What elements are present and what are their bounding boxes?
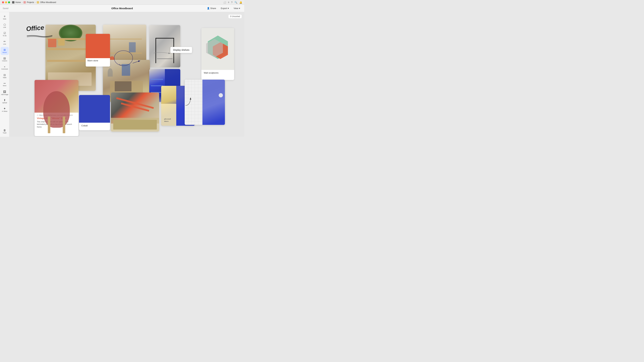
display-shelves-callout[interactable]: Display shelves [170,47,192,53]
office-text-card: Office [26,25,55,39]
saved-status: Saved [3,7,8,9]
sidebar-item-column[interactable]: ▤ Column [1,55,9,63]
share-label: Share [210,7,216,9]
table-icon: ⊟ [4,74,6,76]
line-icon: ✏ [4,40,6,43]
view-button[interactable]: View ▾ [232,6,242,10]
view-label: View [234,7,238,9]
share-icon: 👤 [207,7,210,9]
cobalt-card[interactable]: Cobalt [79,95,110,130]
export-button[interactable]: Export ▾ [219,6,230,10]
maximize-button[interactable] [8,1,10,3]
sidebar-item-add-image[interactable]: 🖼 Add Image [1,89,9,97]
hexagon-sculpture-svg [204,34,231,64]
sidebar-label-add-image: Add Image [1,94,8,95]
warm-stone-label: Warm stone [86,58,110,63]
page-title: Office Moodboard [111,7,133,10]
topbar-actions: 👤 Share Export ▾ View ▾ [206,6,242,10]
table-image-card[interactable] [149,25,180,67]
sidebar-item-trash[interactable]: 🗑 Trash [1,127,9,135]
ai-ideas-icon: ✦ [3,107,6,110]
link-small-icon: ⬡ [37,114,38,116]
sidebar-label-ai-ideas: AI Ideas [2,110,8,112]
breadcrumb-moodboard[interactable]: Office Moodboard [40,1,56,3]
trash-icon: 🗑 [3,129,6,132]
display-shelves-text: Display shelves [173,49,189,51]
wall-sculptures-card[interactable]: Wall sculptures [202,28,234,80]
warm-stone-card[interactable]: Warm stone [86,34,110,66]
search-icon[interactable]: 🔍 [234,1,237,4]
white-kitchen-card[interactable] [185,80,225,125]
sidebar-item-board[interactable]: ⊞ Board [1,47,9,55]
sidebar-label-more: More [3,85,6,86]
sidebar-label-trash: Trash [3,132,6,134]
breadcrumb-separator: › [22,1,22,3]
traffic-lights [2,1,10,3]
titlebar: Home › Projects › Office Moodboard ⬜ 0 ?… [0,0,244,5]
unsorted-badge[interactable]: 0 Unsorted [228,14,242,18]
topbar: Saved Office Moodboard 👤 Share Export ▾ … [0,5,244,12]
sidebar-item-note[interactable]: ≡ Note [1,13,9,21]
sidebar-item-todo[interactable]: ☑ To-do [1,30,9,38]
sidebar-label-line: Line [3,43,6,45]
wall-sculptures-label: Wall sculptures [202,70,234,76]
canvas[interactable]: 0 Unsorted Office Warm stone [10,12,244,137]
sidebar-item-table[interactable]: ⊟ Table [1,72,9,80]
sidebar: ≡ Note ⬡ Link ☑ To-do ✏ Line ⊞ Board ▤ C… [0,12,10,137]
export-label: Export [221,7,227,9]
sidebar-item-upload[interactable]: ⬆ Upload [1,97,9,105]
export-chevron-icon: ▾ [228,7,229,9]
sidebar-label-upload: Upload [2,102,7,104]
moodboard-icon [37,1,39,3]
home-icon [12,1,14,3]
breadcrumb-home[interactable]: Home [16,1,21,3]
view-chevron-icon: ▾ [239,7,240,9]
sidebar-label-todo: To-do [3,35,6,36]
comment-icon: ≡ [4,66,5,68]
sidebar-item-link[interactable]: ⬡ Link [1,22,9,30]
feature-desk-card[interactable]: Feature desk [111,92,159,132]
help-icon[interactable]: ? [231,1,232,4]
sidebar-bottom: 🗑 Trash [1,127,9,135]
sidebar-label-note: Note [3,18,6,20]
share-button[interactable]: 👤 Share [206,6,218,10]
todo-icon: ☑ [4,32,6,34]
more-icon: ••• [4,82,6,84]
projects-icon [24,1,26,3]
office-underline-svg [26,34,53,37]
sidebar-label-table: Table [3,77,6,78]
titlebar-controls: ⬜ 0 ? 🔍 🔔 [223,1,242,4]
breadcrumb-separator-2: › [35,1,36,3]
add-image-icon: 🖼 [3,90,6,93]
sidebar-label-link: Link [3,26,6,28]
sidebar-item-comment[interactable]: ≡ Comment [1,64,9,72]
link-icon: ⬡ [4,23,6,26]
sidebar-label-column: Column [2,60,7,62]
sidebar-item-more[interactable]: ••• More [1,80,9,88]
cobalt-color-swatch [79,95,110,123]
upload-icon: ⬆ [4,99,6,102]
column-icon: ▤ [3,57,6,60]
close-button[interactable] [2,1,4,3]
vintage-chair-card[interactable]: ⬡ https://grandfathersaxe.com.au/collect… [34,80,78,136]
minimize-button[interactable] [5,1,7,3]
ipad-icon[interactable]: ⬜ [223,1,226,4]
sidebar-item-line[interactable]: ✏ Line [1,38,9,46]
breadcrumb: Home › Projects › Office Moodboard [12,1,56,3]
cobalt-label: Cobalt [79,123,110,129]
note-icon: ≡ [4,15,5,18]
breadcrumb-projects[interactable]: Projects [27,1,34,3]
notification-count[interactable]: 0 [228,1,229,3]
warm-stone-color-swatch [86,34,110,58]
sidebar-label-comment: Comment [1,68,8,70]
sidebar-item-ai-ideas[interactable]: ✦ AI Ideas [1,106,9,114]
sidebar-label-board: Board [2,52,6,53]
office-text: Office [26,24,44,32]
bell-icon[interactable]: 🔔 [239,1,242,4]
board-icon: ⊞ [4,49,6,51]
